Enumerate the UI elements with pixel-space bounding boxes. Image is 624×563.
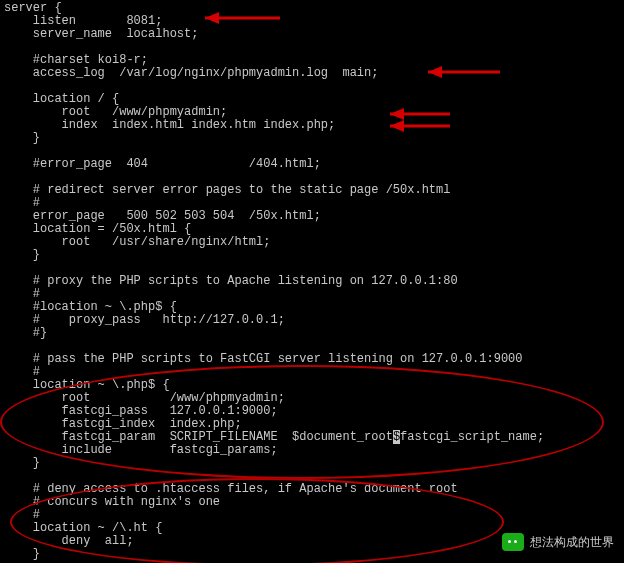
code-line: server_name localhost; [4, 28, 624, 41]
watermark: 想法构成的世界 [502, 533, 614, 551]
code-line: access_log /var/log/nginx/phpmyadmin.log… [4, 67, 624, 80]
code-line: #error_page 404 /404.html; [4, 158, 624, 171]
nginx-config-code: server { listen 8081; server_name localh… [0, 0, 624, 561]
wechat-icon [502, 533, 524, 551]
code-line: #} [4, 327, 624, 340]
code-line: } [4, 132, 624, 145]
code-line: root /usr/share/nginx/html; [4, 236, 624, 249]
code-line: # proxy the PHP scripts to Apache listen… [4, 275, 624, 288]
code-line: } [4, 249, 624, 262]
watermark-label: 想法构成的世界 [530, 534, 614, 551]
code-line: # proxy_pass http://127.0.0.1; [4, 314, 624, 327]
code-line: } [4, 457, 624, 470]
code-line: # pass the PHP scripts to FastCGI server… [4, 353, 624, 366]
code-line: include fastcgi_params; [4, 444, 624, 457]
code-line: index index.html index.htm index.php; [4, 119, 624, 132]
code-line: # concurs with nginx's one [4, 496, 624, 509]
code-line: # redirect server error pages to the sta… [4, 184, 624, 197]
